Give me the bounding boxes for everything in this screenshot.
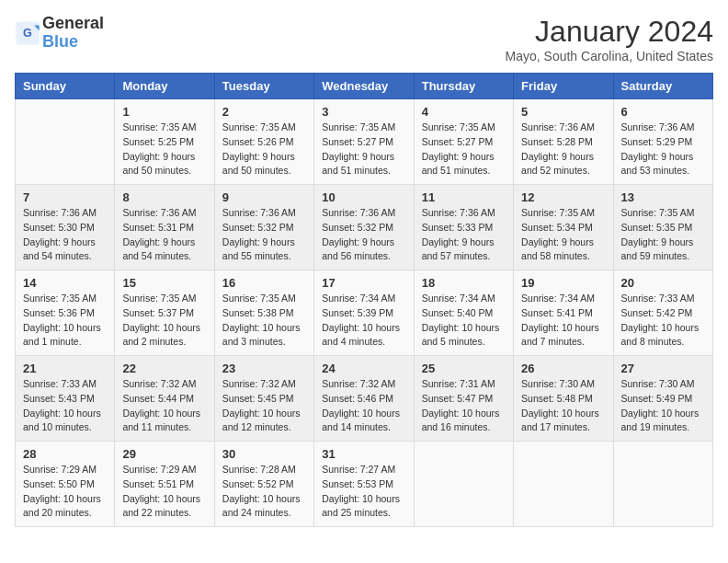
day-number: 3 bbox=[322, 105, 405, 119]
calendar-cell: 9Sunrise: 7:36 AM Sunset: 5:32 PM Daylig… bbox=[214, 185, 313, 270]
day-info: Sunrise: 7:29 AM Sunset: 5:51 PM Dayligh… bbox=[122, 463, 206, 521]
calendar-cell: 29Sunrise: 7:29 AM Sunset: 5:51 PM Dayli… bbox=[115, 442, 214, 527]
day-info: Sunrise: 7:32 AM Sunset: 5:44 PM Dayligh… bbox=[122, 377, 206, 435]
day-info: Sunrise: 7:35 AM Sunset: 5:25 PM Dayligh… bbox=[122, 121, 206, 178]
day-info: Sunrise: 7:33 AM Sunset: 5:43 PM Dayligh… bbox=[23, 377, 107, 435]
day-number: 23 bbox=[222, 362, 306, 375]
day-info: Sunrise: 7:32 AM Sunset: 5:45 PM Dayligh… bbox=[222, 377, 306, 435]
week-row-3: 14Sunrise: 7:35 AM Sunset: 5:36 PM Dayli… bbox=[16, 270, 713, 356]
day-number: 20 bbox=[621, 276, 705, 290]
day-number: 25 bbox=[422, 362, 506, 375]
calendar-cell: 8Sunrise: 7:36 AM Sunset: 5:31 PM Daylig… bbox=[115, 185, 214, 270]
calendar-cell: 4Sunrise: 7:35 AM Sunset: 5:27 PM Daylig… bbox=[414, 99, 513, 185]
svg-text:G: G bbox=[23, 26, 32, 39]
day-number: 27 bbox=[621, 362, 705, 375]
calendar-cell: 3Sunrise: 7:35 AM Sunset: 5:27 PM Daylig… bbox=[314, 99, 414, 185]
day-number: 21 bbox=[23, 362, 107, 375]
calendar-cell: 15Sunrise: 7:35 AM Sunset: 5:37 PM Dayli… bbox=[115, 270, 214, 356]
calendar-cell: 20Sunrise: 7:33 AM Sunset: 5:42 PM Dayli… bbox=[613, 270, 712, 356]
header-monday: Monday bbox=[115, 74, 214, 99]
calendar-cell: 17Sunrise: 7:34 AM Sunset: 5:39 PM Dayli… bbox=[314, 270, 414, 356]
day-number: 2 bbox=[222, 105, 306, 119]
day-info: Sunrise: 7:36 AM Sunset: 5:33 PM Dayligh… bbox=[422, 206, 506, 264]
day-number: 10 bbox=[322, 190, 405, 204]
title-section: January 2024 Mayo, South Carolina, Unite… bbox=[506, 15, 713, 63]
header-thursday: Thursday bbox=[414, 74, 513, 99]
calendar-table: SundayMondayTuesdayWednesdayThursdayFrid… bbox=[15, 73, 713, 527]
week-row-4: 21Sunrise: 7:33 AM Sunset: 5:43 PM Dayli… bbox=[16, 356, 713, 442]
logo-icon: G bbox=[15, 20, 40, 46]
calendar-cell: 12Sunrise: 7:35 AM Sunset: 5:34 PM Dayli… bbox=[514, 185, 613, 270]
day-info: Sunrise: 7:34 AM Sunset: 5:39 PM Dayligh… bbox=[322, 292, 405, 350]
day-info: Sunrise: 7:30 AM Sunset: 5:49 PM Dayligh… bbox=[621, 377, 705, 435]
day-number: 28 bbox=[23, 447, 107, 461]
day-info: Sunrise: 7:35 AM Sunset: 5:38 PM Dayligh… bbox=[222, 292, 306, 350]
calendar-cell: 14Sunrise: 7:35 AM Sunset: 5:36 PM Dayli… bbox=[16, 270, 115, 356]
calendar-cell bbox=[514, 442, 613, 527]
calendar-cell bbox=[16, 99, 115, 185]
day-info: Sunrise: 7:35 AM Sunset: 5:37 PM Dayligh… bbox=[122, 292, 206, 350]
day-info: Sunrise: 7:36 AM Sunset: 5:32 PM Dayligh… bbox=[322, 206, 405, 264]
day-number: 8 bbox=[122, 190, 206, 204]
day-number: 22 bbox=[122, 362, 206, 375]
calendar-cell: 1Sunrise: 7:35 AM Sunset: 5:25 PM Daylig… bbox=[115, 99, 214, 185]
location: Mayo, South Carolina, United States bbox=[506, 49, 713, 63]
calendar-cell: 31Sunrise: 7:27 AM Sunset: 5:53 PM Dayli… bbox=[314, 442, 414, 527]
day-number: 11 bbox=[422, 190, 506, 204]
day-number: 4 bbox=[422, 105, 506, 119]
day-number: 30 bbox=[222, 447, 306, 461]
calendar-cell bbox=[613, 442, 712, 527]
day-number: 14 bbox=[23, 276, 107, 290]
day-number: 15 bbox=[122, 276, 206, 290]
day-info: Sunrise: 7:28 AM Sunset: 5:52 PM Dayligh… bbox=[222, 463, 306, 521]
day-info: Sunrise: 7:36 AM Sunset: 5:31 PM Dayligh… bbox=[122, 206, 206, 264]
day-info: Sunrise: 7:35 AM Sunset: 5:36 PM Dayligh… bbox=[23, 292, 107, 350]
calendar-cell: 21Sunrise: 7:33 AM Sunset: 5:43 PM Dayli… bbox=[16, 356, 115, 442]
day-info: Sunrise: 7:29 AM Sunset: 5:50 PM Dayligh… bbox=[23, 463, 107, 521]
page-header: G General Blue January 2024 Mayo, South … bbox=[15, 15, 713, 63]
day-number: 31 bbox=[322, 447, 405, 461]
day-number: 1 bbox=[122, 105, 206, 119]
weekday-header-row: SundayMondayTuesdayWednesdayThursdayFrid… bbox=[16, 74, 713, 99]
month-title: January 2024 bbox=[506, 15, 713, 49]
header-wednesday: Wednesday bbox=[314, 74, 414, 99]
day-number: 19 bbox=[521, 276, 605, 290]
calendar-cell: 6Sunrise: 7:36 AM Sunset: 5:29 PM Daylig… bbox=[613, 99, 712, 185]
day-number: 17 bbox=[322, 276, 405, 290]
calendar-cell: 24Sunrise: 7:32 AM Sunset: 5:46 PM Dayli… bbox=[314, 356, 414, 442]
calendar-cell: 23Sunrise: 7:32 AM Sunset: 5:45 PM Dayli… bbox=[214, 356, 313, 442]
day-number: 26 bbox=[521, 362, 605, 375]
calendar-cell: 27Sunrise: 7:30 AM Sunset: 5:49 PM Dayli… bbox=[613, 356, 712, 442]
calendar-cell: 11Sunrise: 7:36 AM Sunset: 5:33 PM Dayli… bbox=[414, 185, 513, 270]
week-row-2: 7Sunrise: 7:36 AM Sunset: 5:30 PM Daylig… bbox=[16, 185, 713, 270]
day-info: Sunrise: 7:30 AM Sunset: 5:48 PM Dayligh… bbox=[521, 377, 605, 435]
calendar-cell: 7Sunrise: 7:36 AM Sunset: 5:30 PM Daylig… bbox=[16, 185, 115, 270]
week-row-1: 1Sunrise: 7:35 AM Sunset: 5:25 PM Daylig… bbox=[16, 99, 713, 185]
calendar-cell: 22Sunrise: 7:32 AM Sunset: 5:44 PM Dayli… bbox=[115, 356, 214, 442]
day-info: Sunrise: 7:34 AM Sunset: 5:40 PM Dayligh… bbox=[422, 292, 506, 350]
day-number: 18 bbox=[422, 276, 506, 290]
day-number: 9 bbox=[222, 190, 306, 204]
day-number: 16 bbox=[222, 276, 306, 290]
header-friday: Friday bbox=[514, 74, 613, 99]
calendar-cell: 16Sunrise: 7:35 AM Sunset: 5:38 PM Dayli… bbox=[214, 270, 313, 356]
day-info: Sunrise: 7:35 AM Sunset: 5:27 PM Dayligh… bbox=[422, 121, 506, 178]
day-number: 29 bbox=[122, 447, 206, 461]
day-number: 5 bbox=[521, 105, 605, 119]
header-sunday: Sunday bbox=[16, 74, 115, 99]
day-number: 6 bbox=[621, 105, 705, 119]
day-info: Sunrise: 7:36 AM Sunset: 5:29 PM Dayligh… bbox=[621, 121, 705, 178]
day-info: Sunrise: 7:35 AM Sunset: 5:35 PM Dayligh… bbox=[621, 206, 705, 264]
calendar-cell: 18Sunrise: 7:34 AM Sunset: 5:40 PM Dayli… bbox=[414, 270, 513, 356]
day-number: 7 bbox=[23, 190, 107, 204]
day-info: Sunrise: 7:27 AM Sunset: 5:53 PM Dayligh… bbox=[322, 463, 405, 521]
day-info: Sunrise: 7:34 AM Sunset: 5:41 PM Dayligh… bbox=[521, 292, 605, 350]
day-info: Sunrise: 7:35 AM Sunset: 5:26 PM Dayligh… bbox=[222, 121, 306, 178]
header-saturday: Saturday bbox=[613, 74, 712, 99]
day-number: 13 bbox=[621, 190, 705, 204]
day-number: 24 bbox=[322, 362, 405, 375]
calendar-cell: 13Sunrise: 7:35 AM Sunset: 5:35 PM Dayli… bbox=[613, 185, 712, 270]
calendar-cell: 30Sunrise: 7:28 AM Sunset: 5:52 PM Dayli… bbox=[214, 442, 313, 527]
day-info: Sunrise: 7:36 AM Sunset: 5:28 PM Dayligh… bbox=[521, 121, 605, 178]
logo: G General Blue bbox=[15, 15, 104, 52]
